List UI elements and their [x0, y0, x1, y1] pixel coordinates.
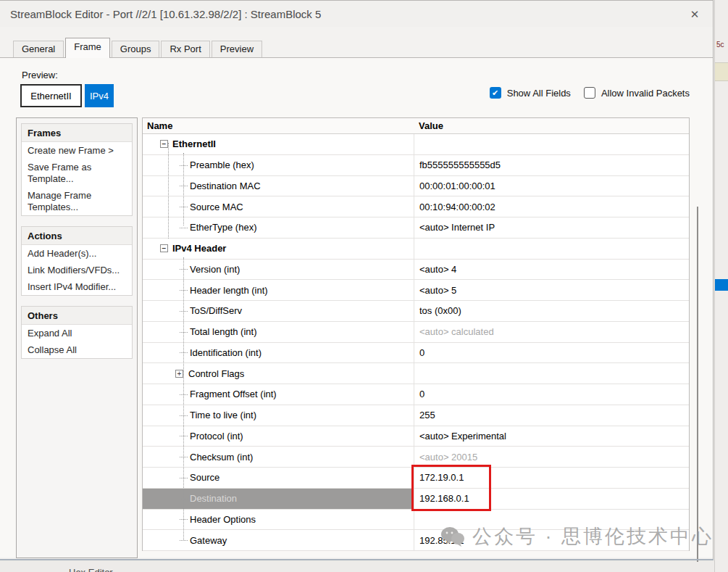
grid-row-source[interactable]: Source172.19.0.1 [143, 468, 689, 489]
option-label: Show All Fields [507, 88, 571, 99]
grid-row-destination-mac[interactable]: Destination MAC00:00:01:00:00:01 [143, 176, 689, 197]
grid-row-header-length-int[interactable]: Header length (int)<auto> 5 [143, 280, 689, 301]
grid-row-ethernetii[interactable]: −EthernetII [143, 134, 689, 155]
grid-row-source-mac[interactable]: Source MAC00:10:94:00:00:02 [143, 196, 689, 217]
sidebar-section-frames: FramesCreate new Frame >Save Frame as Te… [21, 123, 133, 216]
value-cell[interactable] [414, 134, 689, 154]
sidebar-item-add-header-s[interactable]: Add Header(s)... [22, 245, 132, 262]
value-cell[interactable]: tos (0x00) [414, 301, 689, 321]
field-name: EtherType (hex) [190, 222, 257, 233]
option-allow-invalid-packets[interactable]: Allow Invalid Packets [584, 87, 690, 99]
grid-row-total-length-int[interactable]: Total length (int)<auto> calculated [143, 322, 689, 343]
grid-row-protocol-int[interactable]: Protocol (int)<auto> Experimental [143, 426, 689, 447]
grid-row-identification-int[interactable]: Identification (int)0 [143, 343, 689, 364]
grid-row-checksum-int[interactable]: Checksum (int)<auto> 20015 [143, 447, 689, 468]
sidebar-section-title: Actions [22, 227, 132, 245]
collapse-icon[interactable]: − [160, 140, 168, 148]
value-cell[interactable]: <auto> 4 [414, 260, 689, 280]
tab-groups[interactable]: Groups [112, 41, 160, 58]
grid-row-header-options[interactable]: Header Options [143, 510, 689, 531]
checkbox-checked-icon[interactable]: ✔ [490, 87, 501, 99]
value-cell[interactable]: 192.85.1.1 [414, 530, 689, 550]
grid-row-control-flags[interactable]: +Control Flags [143, 363, 689, 384]
tab-general[interactable]: General [13, 41, 64, 58]
close-icon[interactable]: ✕ [687, 7, 703, 22]
value-cell[interactable]: 0 [414, 343, 689, 363]
tree-guide [168, 143, 169, 239]
tab-preview[interactable]: Preview [212, 41, 262, 58]
field-name: Fragment Offset (int) [190, 389, 277, 399]
value-cell[interactable]: 00:00:01:00:00:01 [414, 176, 689, 196]
tab-bar: GeneralFrameGroupsRx PortPreview [13, 38, 264, 58]
grid-scrollbar[interactable] [697, 207, 698, 572]
sidebar-section-title: Others [22, 307, 132, 325]
value-cell[interactable]: 255 [414, 405, 689, 426]
grid-row-fragment-offset-int[interactable]: Fragment Offset (int)0 [143, 384, 689, 405]
bottom-strip: Hex Editor [0, 562, 714, 572]
value-cell[interactable]: 0 [414, 384, 689, 405]
sidebar-item-create-new-frame[interactable]: Create new Frame > [22, 142, 132, 159]
value-cell[interactable]: 172.19.0.1 [414, 468, 689, 488]
background-cell [715, 62, 728, 81]
grid-row-ipv4-header[interactable]: −IPv4 Header [143, 239, 689, 260]
grid-body: −EthernetIIPreamble (hex)fb555555555555d… [143, 134, 689, 551]
value-cell[interactable]: fb555555555555d5 [414, 155, 689, 175]
sidebar-item-save-frame-as-template[interactable]: Save Frame as Template... [22, 159, 132, 187]
field-name: Source [190, 472, 219, 483]
field-name: Time to live (int) [190, 410, 256, 420]
field-name: Gateway [190, 535, 227, 546]
checkbox-unchecked-icon[interactable] [584, 87, 595, 99]
ipv4-header-button[interactable]: IPv4 [85, 84, 114, 107]
grid-row-time-to-live-int[interactable]: Time to live (int)255 [143, 405, 689, 426]
grid-row-gateway[interactable]: Gateway192.85.1.1 [143, 530, 689, 551]
collapse-icon[interactable]: − [160, 244, 168, 252]
sidebar: FramesCreate new Frame >Save Frame as Te… [16, 117, 138, 558]
value-cell[interactable] [414, 239, 689, 259]
frame-tab-content: Preview: EthernetII IPv4 ✔Show All Field… [0, 57, 713, 558]
expand-icon[interactable]: + [175, 370, 183, 378]
options-row: ✔Show All FieldsAllow Invalid Packets [490, 87, 690, 99]
splitter[interactable] [0, 559, 714, 560]
sidebar-item-insert-ipv4-modifier[interactable]: Insert IPv4 Modifier... [22, 278, 132, 295]
sidebar-item-collapse-all[interactable]: Collapse All [22, 341, 132, 358]
value-cell[interactable]: <auto> 20015 [414, 447, 689, 467]
field-name: Destination [190, 493, 237, 504]
field-name: Total length (int) [190, 326, 257, 337]
sidebar-item-link-modifiers-vfds[interactable]: Link Modifiers/VFDs... [22, 262, 132, 278]
background-selected-row [715, 279, 728, 291]
sidebar-item-manage-frame-templates[interactable]: Manage Frame Templates... [22, 187, 132, 215]
streamblock-editor-dialog: StreamBlock Editor - Port //2/1 [10.61.3… [0, 0, 714, 560]
tab-rx-port[interactable]: Rx Port [161, 41, 209, 58]
grid-row-tos-diffserv[interactable]: ToS/DiffServtos (0x00) [143, 301, 689, 322]
field-name: Source MAC [190, 202, 243, 212]
value-cell[interactable]: <auto> Experimental [414, 426, 689, 447]
window-title: StreamBlock Editor - Port //2/1 [10.61.3… [10, 8, 321, 20]
field-name: Version (int) [190, 264, 240, 275]
value-cell[interactable]: <auto> Internet IP [414, 217, 689, 238]
tab-frame[interactable]: Frame [65, 38, 110, 58]
ethernetii-header-button[interactable]: EthernetII [20, 84, 82, 107]
sidebar-item-expand-all[interactable]: Expand All [22, 325, 132, 341]
grid-row-destination[interactable]: Destination192.168.0.1 [143, 489, 689, 510]
option-show-all-fields[interactable]: ✔Show All Fields [490, 87, 571, 99]
grid-row-version-int[interactable]: Version (int)<auto> 4 [143, 260, 689, 281]
value-cell[interactable]: 192.168.0.1 [414, 489, 689, 509]
field-name: Protocol (int) [190, 431, 243, 442]
value-cell[interactable]: <auto> 5 [414, 280, 689, 300]
field-name: ToS/DiffServ [190, 305, 242, 316]
value-cell[interactable]: <auto> calculated [414, 322, 689, 342]
grid-row-ethertype-hex[interactable]: EtherType (hex)<auto> Internet IP [143, 217, 689, 239]
value-cell[interactable] [414, 510, 689, 530]
preview-label: Preview: [22, 70, 58, 80]
sidebar-section-actions: ActionsAdd Header(s)...Link Modifiers/VF… [21, 226, 133, 296]
grid-row-preamble-hex[interactable]: Preamble (hex)fb555555555555d5 [143, 155, 689, 176]
sidebar-section-title: Frames [22, 124, 132, 142]
name-cell[interactable]: −EthernetII [143, 134, 414, 154]
name-cell[interactable]: −IPv4 Header [143, 239, 414, 259]
field-name: Identification (int) [190, 347, 262, 358]
value-cell[interactable]: 00:10:94:00:00:02 [414, 196, 689, 217]
field-name: EthernetII [172, 138, 216, 149]
column-header-value: Value [414, 118, 443, 133]
grid-header: Name Value [143, 118, 689, 134]
value-cell[interactable] [414, 363, 689, 384]
